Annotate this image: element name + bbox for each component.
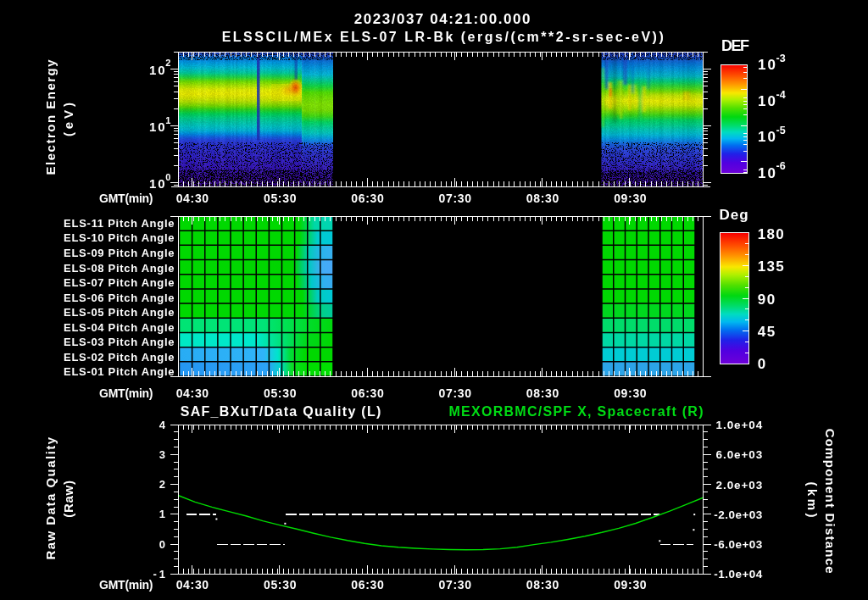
svg-text:ELS-03 Pitch Angle: ELS-03 Pitch Angle bbox=[64, 336, 174, 348]
svg-text:3: 3 bbox=[159, 448, 165, 461]
svg-text:05:30: 05:30 bbox=[264, 386, 297, 400]
svg-text:ELS-07 Pitch Angle: ELS-07 Pitch Angle bbox=[64, 276, 174, 289]
svg-text:-1: -1 bbox=[153, 568, 166, 581]
svg-text:04:30: 04:30 bbox=[176, 192, 209, 205]
svg-text:0: 0 bbox=[159, 538, 165, 551]
svg-text:-5: -5 bbox=[776, 125, 786, 136]
svg-text:ELSSCIL/MEx ELS-07 LR-Bk (erg: ELSSCIL/MEx ELS-07 LR-Bk (ergs/(cm**2-sr… bbox=[222, 30, 664, 44]
svg-text:06:30: 06:30 bbox=[351, 192, 384, 205]
svg-text:ELS-04 Pitch Angle: ELS-04 Pitch Angle bbox=[64, 321, 174, 334]
svg-text:04:30: 04:30 bbox=[176, 578, 209, 592]
svg-text:04:30: 04:30 bbox=[176, 386, 209, 400]
svg-text:0: 0 bbox=[165, 172, 170, 182]
svg-text:09:30: 09:30 bbox=[614, 578, 647, 592]
svg-text:1: 1 bbox=[159, 508, 165, 520]
svg-text:GMT(min): GMT(min) bbox=[99, 386, 153, 400]
svg-text:-6.0e+03: -6.0e+03 bbox=[714, 538, 763, 551]
svg-text:2: 2 bbox=[159, 478, 165, 491]
svg-text:0: 0 bbox=[758, 356, 765, 372]
svg-text:90: 90 bbox=[758, 292, 776, 308]
svg-text:10: 10 bbox=[149, 63, 165, 77]
svg-text:10: 10 bbox=[149, 119, 165, 134]
svg-text:ELS-10 Pitch Angle: ELS-10 Pitch Angle bbox=[64, 231, 174, 244]
svg-text:05:30: 05:30 bbox=[264, 578, 297, 592]
svg-text:2: 2 bbox=[165, 58, 170, 68]
svg-text:ELS-02 Pitch Angle: ELS-02 Pitch Angle bbox=[64, 351, 174, 364]
svg-text:(Raw): (Raw) bbox=[61, 481, 75, 518]
svg-text:08:30: 08:30 bbox=[526, 386, 559, 400]
svg-text:-1.0e+04: -1.0e+04 bbox=[714, 568, 763, 581]
svg-text:07:30: 07:30 bbox=[439, 578, 472, 592]
svg-text:09:30: 09:30 bbox=[614, 386, 647, 400]
svg-text:-2.0e+03: -2.0e+03 bbox=[714, 508, 763, 521]
svg-text:GMT(min): GMT(min) bbox=[99, 192, 153, 205]
svg-text:08:30: 08:30 bbox=[526, 578, 559, 592]
svg-text:ELS-11 Pitch Angle: ELS-11 Pitch Angle bbox=[64, 217, 174, 230]
svg-text:ELS-05 Pitch Angle: ELS-05 Pitch Angle bbox=[64, 306, 174, 319]
svg-text:09:30: 09:30 bbox=[614, 192, 647, 205]
svg-text:1: 1 bbox=[165, 115, 170, 125]
svg-text:Raw Data Quality: Raw Data Quality bbox=[44, 436, 58, 559]
svg-text:-4: -4 bbox=[776, 89, 786, 101]
svg-text:135: 135 bbox=[758, 258, 784, 275]
svg-text:ELS-06 Pitch Angle: ELS-06 Pitch Angle bbox=[64, 292, 174, 304]
svg-text:180: 180 bbox=[758, 226, 784, 242]
svg-text:GMT(min): GMT(min) bbox=[99, 578, 153, 592]
svg-text:2.0e+03: 2.0e+03 bbox=[716, 479, 763, 492]
svg-text:MEXORBMC/SPF X, Spacecraft (R): MEXORBMC/SPF X, Spacecraft (R) bbox=[449, 404, 704, 419]
svg-text:-6: -6 bbox=[776, 160, 786, 172]
svg-text:Deg: Deg bbox=[720, 207, 748, 223]
svg-text:08:30: 08:30 bbox=[526, 192, 559, 205]
svg-text:2023/037 04:21:00.000: 2023/037 04:21:00.000 bbox=[354, 11, 531, 27]
svg-text:06:30: 06:30 bbox=[351, 386, 384, 400]
svg-text:Electron Energy: Electron Energy bbox=[44, 59, 58, 175]
svg-text:10: 10 bbox=[149, 176, 165, 191]
svg-text:06:30: 06:30 bbox=[351, 578, 384, 592]
svg-text:DEF: DEF bbox=[721, 37, 749, 54]
svg-text:07:30: 07:30 bbox=[439, 192, 472, 205]
svg-text:45: 45 bbox=[758, 324, 776, 340]
svg-text:1.0e+04: 1.0e+04 bbox=[716, 419, 763, 431]
svg-text:07:30: 07:30 bbox=[439, 386, 472, 400]
svg-text:05:30: 05:30 bbox=[264, 192, 297, 205]
svg-text:Component Distance: Component Distance bbox=[823, 429, 837, 574]
svg-text:-3: -3 bbox=[776, 53, 786, 64]
svg-text:SAF_BXuT/Data Quality (L): SAF_BXuT/Data Quality (L) bbox=[181, 404, 381, 419]
svg-text:ELS-01 Pitch Angle: ELS-01 Pitch Angle bbox=[64, 365, 174, 378]
svg-text:6.0e+03: 6.0e+03 bbox=[716, 448, 763, 461]
svg-text:4: 4 bbox=[159, 419, 166, 431]
svg-text:ELS-09 Pitch Angle: ELS-09 Pitch Angle bbox=[64, 247, 174, 259]
svg-text:ELS-08 Pitch Angle: ELS-08 Pitch Angle bbox=[64, 262, 174, 275]
